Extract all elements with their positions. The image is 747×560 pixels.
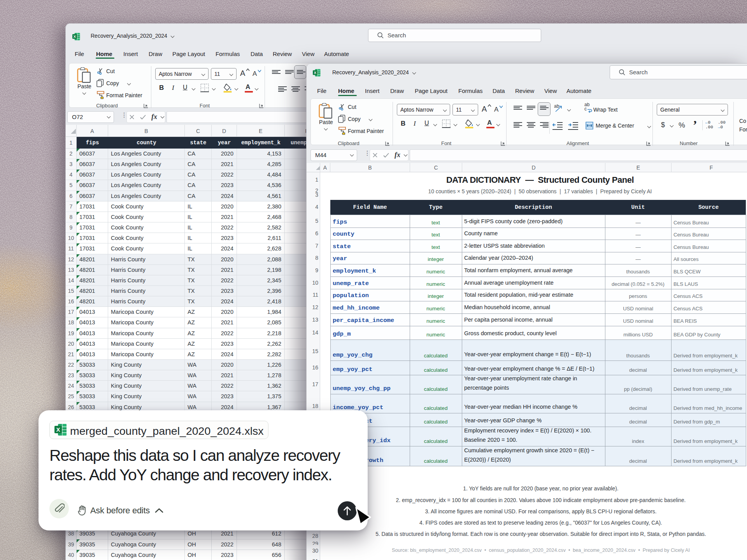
svg-text:X: X [56, 426, 60, 433]
svg-text:X: X [74, 35, 76, 38]
svg-text:X: X [314, 71, 317, 75]
